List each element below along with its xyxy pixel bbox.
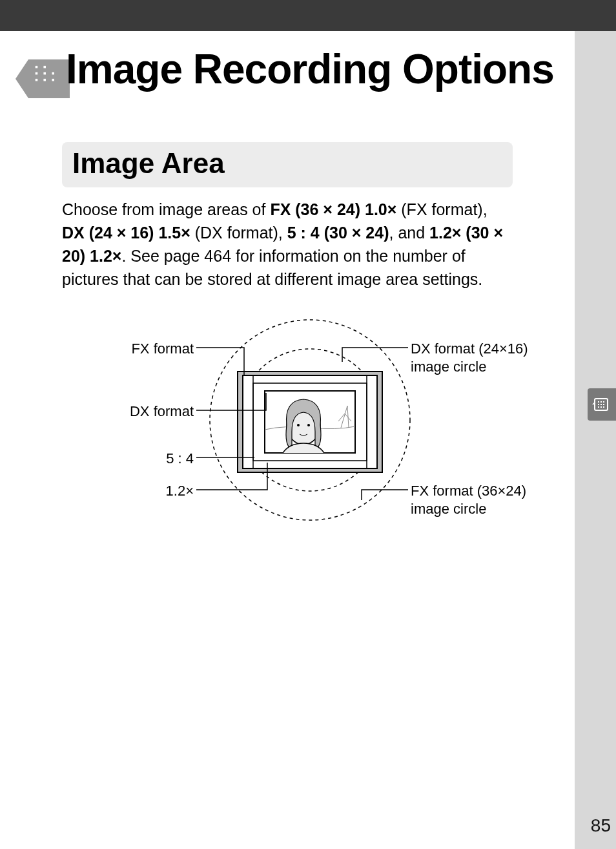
svg-rect-7 (603, 404, 604, 405)
svg-rect-3 (601, 401, 602, 403)
text-bold: FX (36 × 24) 1.0× (270, 200, 396, 218)
text-run: . See page 464 for information on the nu… (62, 247, 482, 288)
label-5-4: 5 : 4 (155, 450, 194, 468)
section-title: Image Area (72, 147, 502, 180)
text-run: , and (389, 224, 429, 242)
text-run: (DX format), (190, 224, 287, 242)
svg-rect-8 (598, 406, 599, 408)
section-tab (588, 388, 616, 421)
text-run: (FX format), (396, 200, 487, 218)
card-icon (592, 395, 611, 414)
svg-rect-9 (601, 406, 602, 408)
svg-marker-1 (592, 402, 595, 404)
svg-rect-4 (603, 401, 604, 403)
image-area-diagram: FX format DX format 5 : 4 1.2× DX format… (0, 317, 575, 549)
svg-rect-5 (598, 404, 599, 405)
section-header: Image Area (62, 142, 513, 187)
right-margin: 85 (575, 31, 616, 849)
text-bold: DX (24 × 16) 1.5× (62, 224, 190, 242)
label-fx-format: FX format (129, 340, 194, 358)
body-paragraph: Choose from image areas of FX (36 × 24) … (62, 198, 513, 291)
text-run: Choose from image areas of (62, 200, 270, 218)
label-1-2x: 1.2× (155, 482, 194, 500)
svg-point-19 (297, 424, 300, 426)
svg-rect-2 (598, 401, 599, 403)
chapter-title: Image Recording Options (66, 45, 554, 93)
label-dx-format: DX format (127, 403, 194, 421)
label-dx-circle: DX format (24×16) image circle (411, 340, 553, 376)
svg-rect-6 (601, 404, 602, 405)
chapter-header: ▪ ▪▪ ▪ ▪▪ ▪ ▪ Image Recording Options (0, 52, 575, 116)
top-bar (0, 0, 616, 31)
label-fx-circle: FX format (36×24) image circle (411, 482, 553, 518)
page-content: ▪ ▪▪ ▪ ▪▪ ▪ ▪ Image Recording Options Im… (0, 31, 575, 549)
svg-point-20 (307, 424, 310, 426)
svg-rect-10 (603, 406, 604, 408)
page-number: 85 (591, 815, 611, 836)
chapter-icon: ▪ ▪▪ ▪ ▪▪ ▪ ▪ (28, 59, 70, 98)
text-bold: 5 : 4 (30 × 24) (287, 224, 389, 242)
